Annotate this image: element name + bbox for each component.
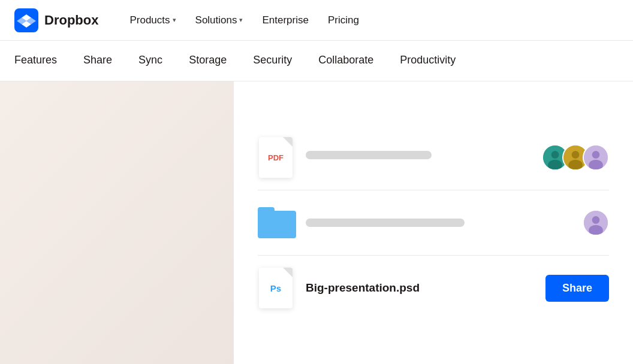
avatar-face-4 (584, 210, 608, 236)
subnav-collaborate[interactable]: Collaborate (305, 41, 387, 81)
dropbox-logo-icon (14, 8, 38, 32)
ps-label: Ps (270, 283, 281, 293)
file-name-bar-2 (306, 219, 465, 227)
nav-pricing[interactable]: Pricing (321, 10, 366, 31)
logo-text: Dropbox (44, 13, 98, 28)
nav-solutions[interactable]: Solutions ▾ (188, 10, 251, 31)
subnav-features[interactable]: Features (14, 41, 70, 81)
avatar-face-3 (584, 144, 608, 171)
table-row: Ps Big-presentation.psd Share (258, 256, 609, 320)
avatar (583, 210, 609, 236)
top-nav-links: Products ▾ Solutions ▾ Enterprise Pricin… (122, 10, 619, 31)
products-chevron-icon: ▾ (173, 16, 176, 24)
subnav-storage[interactable]: Storage (176, 41, 240, 81)
avatar-group-1 (542, 144, 609, 171)
file-name-text: Big-presentation.psd (306, 281, 420, 294)
sub-navigation: Features Share Sync Storage Security Col… (0, 41, 633, 81)
share-button[interactable]: Share (545, 275, 609, 302)
svg-point-2 (551, 151, 559, 159)
file-list: PDF (234, 81, 633, 364)
svg-point-3 (548, 160, 562, 171)
avatar (583, 144, 609, 171)
svg-point-11 (592, 216, 600, 224)
pdf-file-icon-wrap: PDF (258, 136, 294, 179)
svg-point-5 (572, 151, 580, 159)
file-name-area-3: Big-presentation.psd (306, 281, 533, 295)
svg-point-6 (568, 160, 583, 171)
file-name-placeholder-1 (306, 151, 530, 164)
left-panel (0, 81, 234, 364)
solutions-chevron-icon: ▾ (239, 16, 243, 24)
folder-icon (258, 207, 294, 238)
table-row: PDF (258, 125, 609, 190)
nav-enterprise[interactable]: Enterprise (255, 10, 315, 31)
svg-point-9 (589, 160, 603, 171)
pdf-label: PDF (268, 153, 284, 162)
subnav-security[interactable]: Security (240, 41, 305, 81)
subnav-share[interactable]: Share (70, 41, 125, 81)
subnav-productivity[interactable]: Productivity (387, 41, 469, 81)
folder-body (258, 211, 296, 238)
pdf-file-icon: PDF (259, 137, 293, 178)
ps-file-icon: Ps (259, 268, 293, 308)
nav-products[interactable]: Products ▾ (122, 10, 183, 31)
file-name-bar-1 (306, 151, 432, 159)
subnav-sync[interactable]: Sync (125, 41, 176, 81)
avatar-group-2 (583, 210, 609, 236)
main-content: PDF (0, 81, 633, 364)
file-name-placeholder-2 (306, 219, 571, 227)
table-row (258, 190, 609, 256)
folder-file-icon-wrap (258, 201, 294, 244)
svg-point-12 (589, 225, 603, 236)
top-navigation: Dropbox Products ▾ Solutions ▾ Enterpris… (0, 0, 633, 41)
ps-file-icon-wrap: Ps (258, 266, 294, 310)
logo[interactable]: Dropbox (14, 8, 98, 32)
svg-point-8 (592, 151, 600, 159)
